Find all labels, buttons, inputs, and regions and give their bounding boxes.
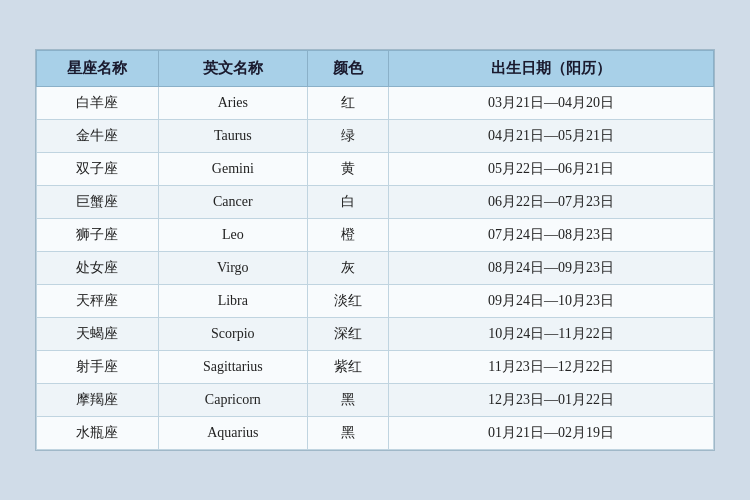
table-row: 天蝎座Scorpio深红10月24日—11月22日 [37,318,714,351]
cell-english-name: Taurus [158,120,307,153]
cell-color: 白 [307,186,388,219]
header-chinese-name: 星座名称 [37,51,159,87]
cell-english-name: Leo [158,219,307,252]
cell-date: 04月21日—05月21日 [389,120,714,153]
table-row: 射手座Sagittarius紫红11月23日—12月22日 [37,351,714,384]
cell-color: 黑 [307,417,388,450]
cell-color: 灰 [307,252,388,285]
cell-chinese-name: 巨蟹座 [37,186,159,219]
cell-chinese-name: 处女座 [37,252,159,285]
cell-date: 07月24日—08月23日 [389,219,714,252]
table-row: 摩羯座Capricorn黑12月23日—01月22日 [37,384,714,417]
cell-color: 黑 [307,384,388,417]
cell-english-name: Sagittarius [158,351,307,384]
cell-english-name: Aries [158,87,307,120]
cell-color: 淡红 [307,285,388,318]
cell-date: 03月21日—04月20日 [389,87,714,120]
table-row: 金牛座Taurus绿04月21日—05月21日 [37,120,714,153]
header-date: 出生日期（阳历） [389,51,714,87]
cell-date: 06月22日—07月23日 [389,186,714,219]
cell-date: 09月24日—10月23日 [389,285,714,318]
cell-color: 紫红 [307,351,388,384]
cell-chinese-name: 水瓶座 [37,417,159,450]
table-body: 白羊座Aries红03月21日—04月20日金牛座Taurus绿04月21日—0… [37,87,714,450]
cell-chinese-name: 射手座 [37,351,159,384]
table-row: 狮子座Leo橙07月24日—08月23日 [37,219,714,252]
cell-english-name: Virgo [158,252,307,285]
table-row: 白羊座Aries红03月21日—04月20日 [37,87,714,120]
header-color: 颜色 [307,51,388,87]
cell-color: 红 [307,87,388,120]
table-row: 双子座Gemini黄05月22日—06月21日 [37,153,714,186]
cell-english-name: Cancer [158,186,307,219]
cell-chinese-name: 摩羯座 [37,384,159,417]
cell-color: 橙 [307,219,388,252]
cell-chinese-name: 双子座 [37,153,159,186]
cell-english-name: Scorpio [158,318,307,351]
cell-date: 05月22日—06月21日 [389,153,714,186]
zodiac-table: 星座名称 英文名称 颜色 出生日期（阳历） 白羊座Aries红03月21日—04… [36,50,714,450]
cell-color: 黄 [307,153,388,186]
cell-english-name: Aquarius [158,417,307,450]
cell-chinese-name: 金牛座 [37,120,159,153]
cell-chinese-name: 天蝎座 [37,318,159,351]
cell-date: 12月23日—01月22日 [389,384,714,417]
zodiac-table-container: 星座名称 英文名称 颜色 出生日期（阳历） 白羊座Aries红03月21日—04… [35,49,715,451]
cell-color: 深红 [307,318,388,351]
table-row: 处女座Virgo灰08月24日—09月23日 [37,252,714,285]
cell-english-name: Gemini [158,153,307,186]
cell-date: 08月24日—09月23日 [389,252,714,285]
table-header-row: 星座名称 英文名称 颜色 出生日期（阳历） [37,51,714,87]
header-english-name: 英文名称 [158,51,307,87]
table-row: 巨蟹座Cancer白06月22日—07月23日 [37,186,714,219]
cell-english-name: Capricorn [158,384,307,417]
cell-chinese-name: 狮子座 [37,219,159,252]
cell-color: 绿 [307,120,388,153]
table-row: 水瓶座Aquarius黑01月21日—02月19日 [37,417,714,450]
cell-date: 11月23日—12月22日 [389,351,714,384]
table-row: 天秤座Libra淡红09月24日—10月23日 [37,285,714,318]
cell-chinese-name: 天秤座 [37,285,159,318]
cell-english-name: Libra [158,285,307,318]
cell-chinese-name: 白羊座 [37,87,159,120]
cell-date: 01月21日—02月19日 [389,417,714,450]
cell-date: 10月24日—11月22日 [389,318,714,351]
